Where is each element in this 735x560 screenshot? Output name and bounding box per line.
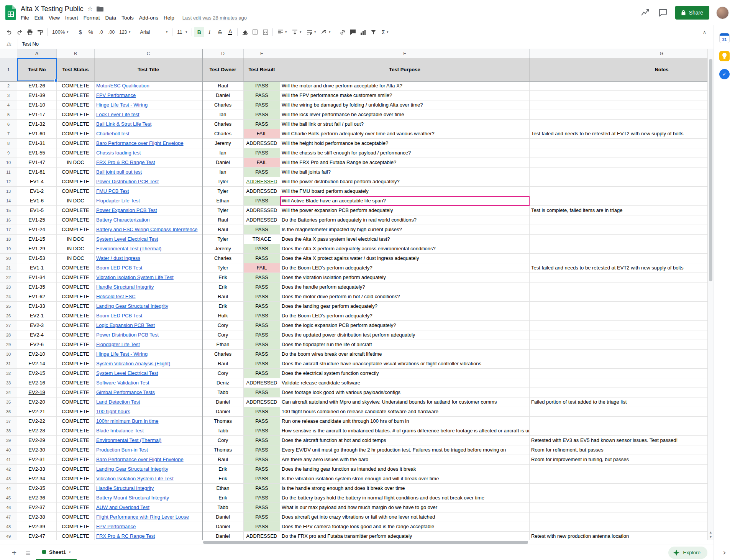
cell-C42[interactable]: Landing Gear Structural Integrity [95,465,202,474]
row-header-31[interactable]: 31 [0,359,17,369]
cell-B28[interactable]: COMPLETE [57,330,95,340]
test-title-link[interactable]: Baro Performance over Flight Envelope [96,457,184,462]
cell-G48[interactable] [530,522,707,532]
menu-help[interactable]: Help [161,14,177,21]
header-cell-E1[interactable]: Test Result [244,58,280,81]
header-cell-C1[interactable]: Test Title [95,58,202,81]
explore-button[interactable]: Explore [668,547,707,559]
cell-D10[interactable]: Daniel [202,158,244,168]
cell-A44[interactable]: EV2-35 [17,484,57,493]
cell-B39[interactable]: COMPLETE [57,436,95,445]
test-title-link[interactable]: 100hr minimum Burn in time [96,418,159,424]
cell-E19[interactable]: PASS [244,244,280,254]
insights-icon[interactable] [640,7,651,18]
column-header-B[interactable]: B [57,49,95,58]
test-title-link[interactable]: Lock Lever Life test [96,112,139,117]
test-title-link[interactable]: Water / dust ingress [96,255,140,261]
cell-F28[interactable]: Does the updated power distribution test… [280,330,530,340]
cell-G40[interactable]: Room for refinement, but passes [530,445,707,455]
cell-E30[interactable]: PASS [244,350,280,359]
test-title-link[interactable]: Handle Structural Integrity [96,485,154,491]
row-header-19[interactable]: 19 [0,244,17,254]
test-title-link[interactable]: FMU PCB Test [96,188,129,194]
cell-G22[interactable] [530,273,707,282]
row-header-13[interactable]: 13 [0,187,17,196]
cell-F33[interactable]: Validate release candidate software [280,378,530,388]
cell-E23[interactable]: PASS [244,282,280,292]
share-button[interactable]: Share [675,6,709,20]
cell-D49[interactable]: Daniel [202,532,244,540]
collapse-toolbar-button[interactable]: ∧ [699,27,710,37]
cell-F39[interactable]: Does the aircraft function at hot and co… [280,436,530,445]
cell-D39[interactable]: Cory [202,436,244,445]
cell-F8[interactable]: Will the height hold performance be acce… [280,139,530,148]
fill-handle[interactable] [54,79,57,82]
cell-D45[interactable]: Erik [202,493,244,503]
cell-F49[interactable]: Do the FRX pro and Futaba transmitter pe… [280,532,530,540]
cell-G9[interactable] [530,148,707,158]
vertical-align-dropdown[interactable]: ▾ [289,27,304,37]
cell-G41[interactable]: Room for improvement in tuning, but pass… [530,455,707,465]
cell-D43[interactable]: Erik [202,474,244,484]
test-title-link[interactable]: Production Burn-in Test [96,447,148,453]
cell-A40[interactable]: EV2-30 [17,445,57,455]
cell-C22[interactable]: Vibration Isolation System Life Test [95,273,202,282]
cell-F43[interactable]: Is the vibration isolation system stron … [280,474,530,484]
cell-G49[interactable]: Retest with new production antenna locat… [530,532,707,540]
row-header-23[interactable]: 23 [0,282,17,292]
cell-D48[interactable]: Daniel [202,522,244,532]
font-size-dropdown[interactable]: 11▾ [174,27,190,37]
cell-C39[interactable]: Environmental Test (Thermal) [95,436,202,445]
test-title-link[interactable]: Landing Gear Structural Integrity [96,466,168,472]
cell-E45[interactable]: PASS [244,493,280,503]
cell-D33[interactable]: Deniz [202,378,244,388]
test-title-link[interactable]: Flopdapter Life Test [96,198,140,204]
test-title-link[interactable]: Hinge Life Test - Wiring [96,351,148,357]
cell-A16[interactable]: EV1-25 [17,215,57,225]
test-title-link[interactable]: FPV Performance [96,92,136,98]
cell-E27[interactable]: PASS [244,321,280,330]
cell-G19[interactable] [530,244,707,254]
cell-C16[interactable]: Battery Characterization [95,215,202,225]
column-header-A[interactable]: A [17,49,57,58]
cell-A32[interactable]: EV2-15 [17,369,57,378]
row-header-33[interactable]: 33 [0,378,17,388]
user-avatar[interactable] [716,7,729,19]
cell-E35[interactable]: ADDRESSED [244,397,280,407]
cell-F31[interactable]: Does the aircraft structure have unaccep… [280,359,530,369]
cell-E16[interactable]: ADDRESSED [244,215,280,225]
cell-B38[interactable]: COMPLETE [57,426,95,436]
cell-G3[interactable] [530,91,707,100]
cell-B41[interactable]: COMPLETE [57,455,95,465]
cell-D7[interactable]: Charles [202,129,244,139]
cell-D2[interactable]: Raul [202,81,244,91]
row-header-2[interactable]: 2 [0,81,17,91]
cell-C23[interactable]: Handle Structural Integrity [95,282,202,292]
cell-F27[interactable]: Does the logic expansion PCB perform ade… [280,321,530,330]
row-header-6[interactable]: 6 [0,120,17,129]
cell-E32[interactable]: PASS [244,369,280,378]
cell-F9[interactable]: Will the chassis be stiff enough for pay… [280,148,530,158]
row-header-8[interactable]: 8 [0,139,17,148]
test-title-link[interactable]: Battery Mount Structural Integrity [96,495,169,501]
cell-A37[interactable]: EV2-22 [17,417,57,426]
cell-C45[interactable]: Battery Mount Structural Integrity [95,493,202,503]
horizontal-scrollbar-thumb[interactable] [203,541,528,544]
cell-C49[interactable]: FRX Pro & RC Range Test [95,532,202,540]
cell-B12[interactable]: COMPLETE [57,177,95,187]
cell-F38[interactable]: How senstive is the aircraft to imbalanc… [280,426,530,436]
cell-C12[interactable]: Power Distribution PCB Test [95,177,202,187]
cell-C36[interactable]: 100 flight hours [95,407,202,417]
cell-D40[interactable]: Thomas [202,445,244,455]
cell-G8[interactable] [530,139,707,148]
cell-A23[interactable]: EV1-35 [17,282,57,292]
cell-D16[interactable]: Raul [202,215,244,225]
cell-G28[interactable] [530,330,707,340]
row-header-45[interactable]: 45 [0,493,17,503]
cell-F23[interactable]: Does the handle perform adequately? [280,282,530,292]
test-title-link[interactable]: Gimbal Performance Tests [96,389,155,395]
test-title-link[interactable]: Hinge Life Test - Wiring [96,102,148,108]
test-title-link[interactable]: Boom LED PCB Test [96,265,142,271]
cell-D34[interactable]: Tabb [202,388,244,397]
select-all-corner[interactable] [0,49,17,58]
